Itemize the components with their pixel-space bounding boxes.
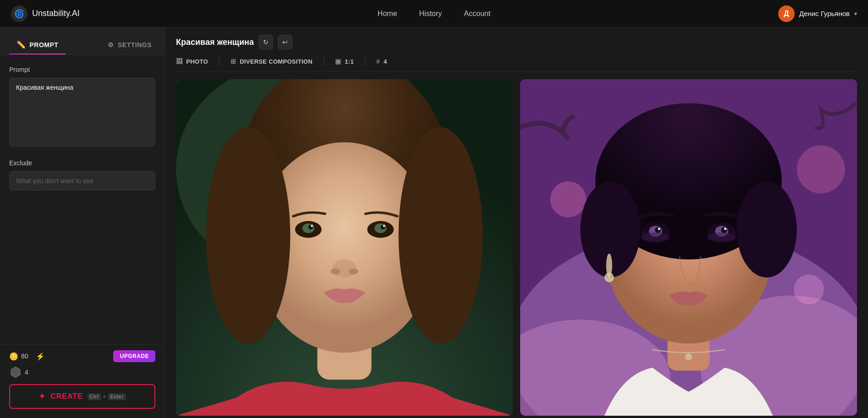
svg-point-35 (655, 227, 661, 233)
credits-item: 🪙 80 (9, 352, 28, 361)
image-count-item: 4 (9, 366, 28, 379)
portrait-svg-2 (520, 79, 857, 416)
plus-separator: + (103, 394, 106, 399)
svg-marker-0 (11, 367, 20, 378)
tag-composition: ⊞ DIVERSE COMPOSITION (231, 58, 313, 65)
hash-icon: # (376, 58, 380, 65)
svg-point-23 (550, 181, 587, 217)
settings-tab-label: SETTINGS (118, 41, 152, 49)
username: Денис Гурьянов (799, 10, 850, 17)
svg-point-30 (737, 181, 797, 277)
upgrade-button[interactable]: UPGRADE (113, 350, 155, 362)
content-title: Красивая женщина (176, 38, 254, 47)
svg-point-39 (641, 233, 670, 242)
prompt-label: Prompt (9, 66, 155, 73)
sidebar-footer: 🪙 80 ⚡ UPGRADE 4 ✦ CREATE (0, 344, 165, 418)
create-button[interactable]: ✦ CREATE Ctrl + Enter (9, 384, 155, 409)
image-count-value: 4 (25, 369, 28, 376)
tag-separator-3 (365, 57, 365, 66)
svg-point-17 (330, 268, 340, 274)
sparkle-icon: ✦ (38, 391, 46, 402)
credits-value: 80 (21, 353, 28, 360)
refresh-button[interactable]: ↻ (258, 35, 273, 49)
prompt-tab-label: PROMPT (30, 41, 59, 49)
tab-settings[interactable]: ⚙ SETTINGS (104, 36, 155, 54)
svg-point-25 (794, 275, 824, 305)
create-label: CREATE (50, 392, 83, 401)
exclude-input[interactable] (9, 171, 155, 190)
tag-photo: 🖼 PHOTO (176, 58, 208, 65)
tag-ratio-label: 1:1 (345, 58, 354, 65)
content-header: Красивая женщина ↻ ↩ (176, 35, 857, 49)
main-layout: ✏️ PROMPT ⚙ SETTINGS Prompt Красивая жен… (0, 27, 868, 418)
tag-count-label: 4 (384, 58, 387, 65)
image-card-2[interactable] (520, 79, 857, 416)
svg-point-7 (399, 127, 483, 344)
svg-point-15 (383, 225, 385, 227)
svg-point-38 (724, 228, 726, 230)
content-area: Красивая женщина ↻ ↩ 🖼 PHOTO ⊞ DIVERSE C… (165, 27, 868, 418)
bolt-icon: ⚡ (36, 352, 45, 361)
prompt-input[interactable]: Красивая женщина (9, 78, 155, 147)
hexagon-icon (9, 366, 22, 379)
svg-point-37 (658, 228, 660, 230)
images-grid (176, 79, 857, 416)
svg-point-40 (707, 233, 736, 242)
svg-point-43 (685, 353, 692, 361)
nav-history[interactable]: History (419, 10, 442, 18)
tag-separator-1 (219, 57, 220, 66)
tag-photo-label: PHOTO (186, 58, 208, 65)
tab-prompt[interactable]: ✏️ PROMPT (9, 35, 66, 54)
credits-row: 🪙 80 ⚡ UPGRADE (9, 350, 155, 362)
chevron-down-icon: ▾ (854, 11, 857, 17)
exclude-label: Exclude (9, 159, 155, 167)
composition-icon: ⊞ (231, 58, 236, 65)
tag-separator-2 (324, 57, 324, 66)
bolt-item: ⚡ (36, 352, 45, 361)
image-card-1[interactable] (176, 79, 513, 416)
back-button[interactable]: ↩ (278, 35, 292, 49)
exclude-section: Exclude (9, 159, 155, 190)
sidebar-tabs: ✏️ PROMPT ⚙ SETTINGS (0, 27, 165, 55)
sidebar: ✏️ PROMPT ⚙ SETTINGS Prompt Красивая жен… (0, 27, 165, 418)
svg-point-6 (206, 127, 291, 344)
svg-point-24 (797, 145, 845, 193)
svg-point-14 (311, 225, 313, 227)
avatar: Д (778, 5, 795, 22)
tag-count: # 4 (376, 58, 387, 65)
svg-point-16 (332, 260, 357, 277)
logo-icon: 🌀 (11, 5, 27, 22)
generated-image-2 (520, 79, 857, 416)
generate-row: 4 (9, 366, 155, 379)
svg-point-18 (349, 268, 358, 274)
portrait-svg-1 (176, 79, 513, 416)
coin-icon: 🪙 (9, 352, 18, 361)
ratio-icon: ▣ (335, 58, 341, 65)
photo-icon: 🖼 (176, 58, 182, 65)
nav-home[interactable]: Home (378, 10, 397, 18)
back-icon: ↩ (282, 38, 288, 46)
prompt-section: Prompt Красивая женщина (9, 66, 155, 148)
tag-composition-label: DIVERSE COMPOSITION (240, 58, 313, 65)
enter-key: Enter (108, 393, 126, 400)
sidebar-content: Prompt Красивая женщина Exclude (0, 55, 165, 344)
prompt-tab-icon: ✏️ (16, 40, 26, 49)
nav-links: Home History Account (378, 10, 490, 18)
navbar: 🌀 Unstability.AI Home History Account Д … (0, 0, 868, 27)
user-menu[interactable]: Д Денис Гурьянов ▾ (778, 5, 857, 22)
svg-point-42 (604, 273, 614, 282)
gear-icon: ⚙ (108, 41, 114, 49)
svg-point-36 (721, 227, 727, 233)
nav-account[interactable]: Account (464, 10, 490, 18)
content-tags: 🖼 PHOTO ⊞ DIVERSE COMPOSITION ▣ 1:1 # 4 (176, 57, 857, 72)
keyboard-shortcut: Ctrl + Enter (88, 393, 126, 400)
refresh-icon: ↻ (263, 38, 269, 46)
tag-ratio: ▣ 1:1 (335, 58, 354, 65)
ctrl-key: Ctrl (88, 393, 101, 400)
generated-image-1 (176, 79, 513, 416)
app-name: Unstability.AI (32, 9, 80, 18)
